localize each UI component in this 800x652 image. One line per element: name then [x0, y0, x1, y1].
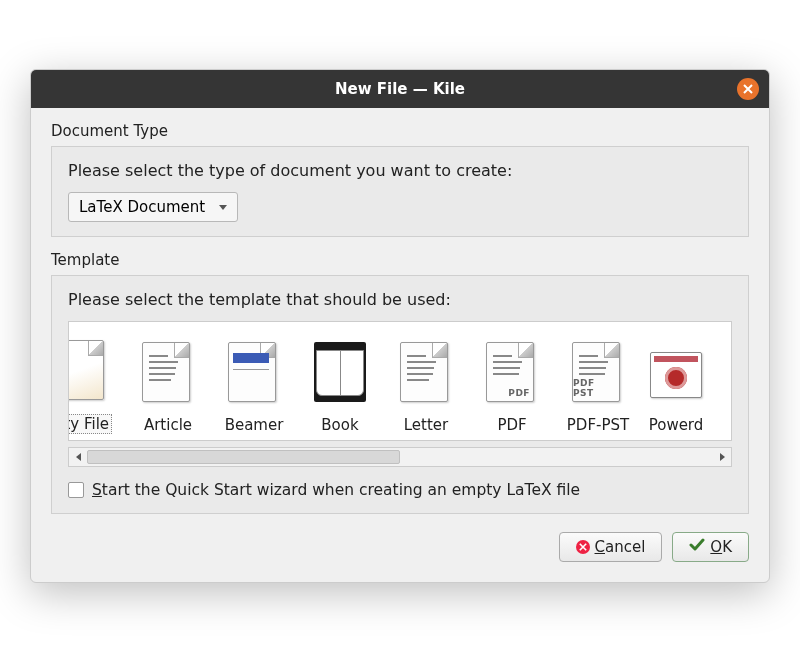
dialog-window: New File — Kile Document Type Please sel… — [30, 69, 770, 583]
pdf-icon: PDF — [486, 342, 538, 406]
template-list: pty File Article Beamer — [68, 321, 732, 441]
pdf-pst-icon: PDF PST — [572, 342, 624, 406]
ok-button[interactable]: OK — [672, 532, 749, 562]
quick-start-checkbox[interactable] — [68, 482, 84, 498]
titlebar: New File — Kile — [31, 70, 769, 108]
template-item-letter[interactable]: Letter — [383, 322, 469, 440]
template-scrollbar[interactable] — [68, 447, 732, 467]
template-label: PDF — [497, 416, 526, 434]
template-label: PDF-PST — [567, 416, 629, 434]
ok-icon — [689, 538, 705, 556]
template-label: Book — [321, 416, 358, 434]
cancel-button-label: Cancel — [595, 538, 646, 556]
scroll-left-button[interactable] — [69, 448, 87, 466]
scroll-right-button[interactable] — [713, 448, 731, 466]
template-label: Beamer — [225, 416, 284, 434]
document-type-section: Please select the type of document you w… — [51, 146, 749, 237]
template-item-article[interactable]: Article — [125, 322, 211, 440]
document-type-combo-value: LaTeX Document — [79, 198, 205, 216]
beamer-icon — [228, 342, 280, 406]
dialog-button-row: Cancel OK — [51, 532, 749, 562]
window-title: New File — Kile — [335, 80, 465, 98]
close-icon — [743, 84, 753, 94]
triangle-right-icon — [720, 453, 725, 461]
quick-start-checkbox-label: Start the Quick Start wizard when creati… — [92, 481, 580, 499]
empty-file-icon — [68, 340, 108, 404]
document-type-combo[interactable]: LaTeX Document — [68, 192, 238, 222]
article-icon — [142, 342, 194, 406]
book-icon — [314, 342, 366, 406]
template-prompt: Please select the template that should b… — [68, 290, 732, 309]
quick-start-checkbox-row[interactable]: Start the Quick Start wizard when creati… — [68, 481, 732, 499]
template-item-pdf-pst[interactable]: PDF PST PDF-PST — [555, 322, 641, 440]
template-label: Letter — [404, 416, 448, 434]
template-item-powerdot[interactable]: Powerd — [641, 322, 711, 440]
cancel-icon — [576, 540, 590, 554]
chevron-down-icon — [219, 205, 227, 210]
powerdot-icon — [650, 342, 702, 406]
triangle-left-icon — [76, 453, 81, 461]
scrollbar-thumb[interactable] — [87, 450, 400, 464]
template-label: Article — [144, 416, 192, 434]
document-type-prompt: Please select the type of document you w… — [68, 161, 732, 180]
template-item-book[interactable]: Book — [297, 322, 383, 440]
cancel-button[interactable]: Cancel — [559, 532, 663, 562]
document-type-section-label: Document Type — [51, 122, 749, 140]
scrollbar-track[interactable] — [87, 448, 713, 466]
template-item-beamer[interactable]: Beamer — [211, 322, 297, 440]
template-label: pty File — [68, 414, 112, 434]
dialog-content: Document Type Please select the type of … — [31, 108, 769, 582]
template-item-empty-file[interactable]: pty File — [68, 322, 125, 440]
template-label: Powerd — [649, 416, 704, 434]
template-item-pdf[interactable]: PDF PDF — [469, 322, 555, 440]
letter-icon — [400, 342, 452, 406]
template-section-label: Template — [51, 251, 749, 269]
ok-button-label: OK — [710, 538, 732, 556]
template-section: Please select the template that should b… — [51, 275, 749, 514]
close-button[interactable] — [737, 78, 759, 100]
